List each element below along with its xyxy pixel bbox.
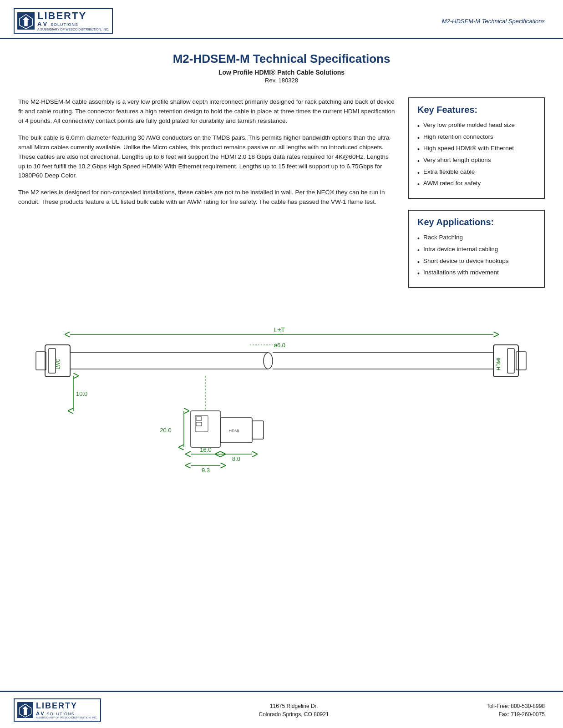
svg-rect-9 — [516, 352, 526, 370]
svg-point-13 — [264, 353, 273, 369]
paragraph-1: The M2-HDSEM-M cable assembly is a very … — [18, 97, 396, 126]
svg-text:HDMI: HDMI — [228, 429, 239, 433]
logo-av-text: AV — [37, 21, 49, 27]
paragraph-3: The M2 series is designed for non-concea… — [18, 188, 396, 207]
subtitle: Low Profile HDMI® Patch Cable Solutions — [18, 69, 545, 76]
key-feature-item: AWM rated for safety — [417, 179, 536, 191]
key-feature-item: Very low profile molded head size — [417, 121, 536, 132]
key-features-heading: Key Features: — [417, 105, 536, 115]
key-application-item: Rack Patching — [417, 233, 536, 245]
footer-solutions: SOLUTIONS — [46, 712, 74, 716]
key-features-box: Key Features: Very low profile molded he… — [408, 97, 545, 199]
footer-address: 11675 Ridgeline Dr. Colorado Springs, CO… — [259, 702, 329, 718]
svg-rect-8 — [507, 349, 514, 373]
key-feature-item: Very short length options — [417, 156, 536, 167]
svg-text:LWC: LWC — [55, 359, 61, 369]
svg-text:9.3: 9.3 — [201, 467, 209, 474]
key-applications-list: Rack PatchingIntra device internal cabli… — [417, 233, 536, 280]
svg-text:16.0: 16.0 — [200, 446, 211, 453]
footer-liberty: LIBERTY — [36, 701, 97, 711]
logo-liberty-text: LIBERTY — [37, 11, 109, 21]
logo-subsidiary-text: A SUBSIDIARY OF WESCO DISTRIBUTION, INC. — [37, 28, 109, 31]
header-title: M2-HDSEM-M Technical Specifications — [442, 18, 545, 25]
content-area: The M2-HDSEM-M cable assembly is a very … — [0, 88, 563, 293]
key-application-item: Installations with movement — [417, 268, 536, 280]
logo-text-area: LIBERTY AV SOLUTIONS A SUBSIDIARY OF WES… — [37, 11, 109, 31]
svg-rect-5 — [36, 352, 46, 370]
logo-icon — [17, 12, 35, 30]
svg-text:20.0: 20.0 — [160, 427, 171, 434]
svg-rect-25 — [196, 422, 202, 426]
main-title: M2-HDSEM-M Technical Specifications — [18, 52, 545, 66]
footer-address-line2: Colorado Springs, CO 80921 — [259, 710, 329, 718]
svg-rect-4 — [49, 349, 56, 373]
footer: LIBERTY AV SOLUTIONS A SUBSIDIARY OF WES… — [0, 691, 563, 728]
logo-box: LIBERTY AV SOLUTIONS A SUBSIDIARY OF WES… — [14, 8, 113, 34]
diagram-area: LWC HDMI L±T ø6.0 — [0, 293, 563, 479]
paragraph-2: The bulk cable is 6.0mm diameter featuri… — [18, 133, 396, 181]
key-applications-heading: Key Applications: — [417, 217, 536, 228]
key-feature-item: Extra flexible cable — [417, 167, 536, 179]
svg-text:HDMI: HDMI — [496, 358, 501, 370]
svg-text:ø6.0: ø6.0 — [273, 342, 285, 349]
header: LIBERTY AV SOLUTIONS A SUBSIDIARY OF WES… — [0, 0, 563, 39]
key-features-list: Very low profile molded head sizeHigh re… — [417, 121, 536, 191]
key-feature-item: High speed HDMI® with Ethernet — [417, 144, 536, 156]
footer-av: AV — [36, 711, 45, 716]
right-column: Key Features: Very low profile molded he… — [408, 97, 545, 288]
connector-diagram: LWC HDMI L±T ø6.0 — [31, 302, 532, 475]
svg-text:8.0: 8.0 — [232, 455, 240, 462]
key-feature-item: High retention connectors — [417, 132, 536, 144]
left-column: The M2-HDSEM-M cable assembly is a very … — [18, 97, 396, 288]
logo-area: LIBERTY AV SOLUTIONS A SUBSIDIARY OF WES… — [14, 8, 113, 34]
svg-text:10.0: 10.0 — [76, 390, 87, 397]
footer-fax: Fax: 719-260-0075 — [487, 710, 545, 718]
key-application-item: Short device to device hookups — [417, 257, 536, 268]
footer-logo-box: LIBERTY AV SOLUTIONS A SUBSIDIARY OF WES… — [14, 698, 101, 722]
svg-text:L±T: L±T — [274, 326, 284, 334]
footer-tollfree: Toll-Free: 800-530-8998 — [487, 702, 545, 710]
svg-rect-27 — [252, 421, 264, 439]
logo-solutions-text: SOLUTIONS — [51, 22, 78, 27]
footer-logo-icon — [17, 702, 33, 718]
key-application-item: Intra device internal cabling — [417, 245, 536, 257]
footer-contact: Toll-Free: 800-530-8998 Fax: 719-260-007… — [487, 702, 545, 718]
svg-rect-24 — [196, 417, 202, 420]
footer-address-line1: 11675 Ridgeline Dr. — [259, 702, 329, 710]
footer-subsidiary: A SUBSIDIARY OF WESCO DISTRIBUTION, INC. — [36, 716, 97, 719]
key-applications-box: Key Applications: Rack PatchingIntra dev… — [408, 210, 545, 288]
title-section: M2-HDSEM-M Technical Specifications Low … — [0, 39, 563, 88]
rev: Rev. 180328 — [18, 77, 545, 84]
